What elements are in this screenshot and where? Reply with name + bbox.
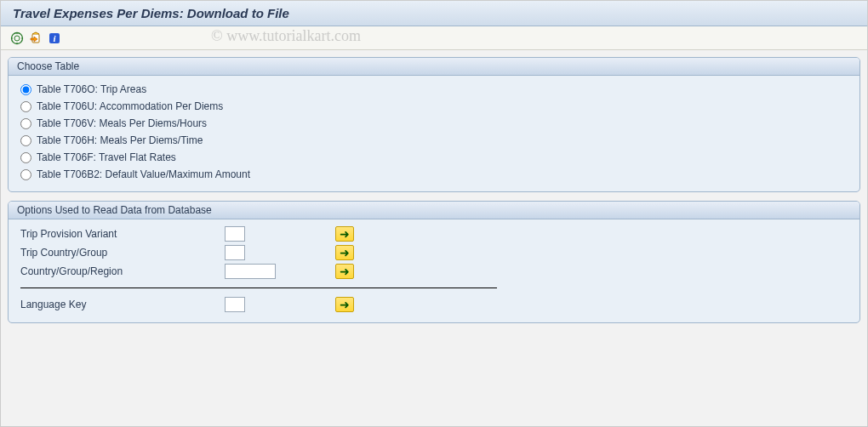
trip-country-row: Trip Country/Group ➜ [20, 243, 848, 262]
trip-variant-label: Trip Provision Variant [20, 228, 225, 240]
radio-t706o[interactable]: Table T706O: Trip Areas [20, 81, 848, 98]
arrow-right-icon: ➜ [340, 265, 350, 277]
info-button[interactable]: i [47, 31, 62, 46]
choose-table-body: Table T706O: Trip Areas Table T706U: Acc… [9, 76, 859, 191]
get-variant-button[interactable] [28, 31, 43, 46]
title-bar: Travel Expenses Per Diems: Download to F… [1, 1, 867, 26]
language-input[interactable] [225, 297, 245, 312]
arrow-right-icon: ➜ [340, 247, 350, 259]
radio-t706b2-input[interactable] [20, 169, 31, 180]
language-row: Language Key ➜ [20, 295, 848, 314]
options-group-title: Options Used to Read Data from Database [9, 202, 859, 219]
radio-t706h[interactable]: Table T706H: Meals Per Diems/Time [20, 132, 848, 149]
page-title: Travel Expenses Per Diems: Download to F… [13, 6, 289, 20]
arrow-right-icon: ➜ [340, 228, 350, 240]
options-group: Options Used to Read Data from Database … [8, 201, 860, 323]
radio-t706v-label: Table T706V: Meals Per Diems/Hours [37, 117, 207, 129]
radio-t706f-label: Table T706F: Travel Flat Rates [37, 151, 176, 163]
language-range-button[interactable]: ➜ [335, 297, 354, 312]
language-label: Language Key [20, 299, 225, 310]
trip-country-range-button[interactable]: ➜ [335, 245, 354, 260]
arrow-right-icon: ➜ [340, 299, 350, 310]
app-toolbar: i [1, 26, 867, 50]
execute-icon [10, 31, 24, 45]
radio-t706v-input[interactable] [20, 118, 31, 129]
svg-point-1 [14, 36, 20, 41]
radio-t706u[interactable]: Table T706U: Accommodation Per Diems [20, 98, 848, 115]
svg-point-0 [12, 32, 23, 43]
trip-variant-input[interactable] [225, 226, 245, 242]
radio-t706b2[interactable]: Table T706B2: Default Value/Maximum Amou… [20, 166, 848, 183]
trip-variant-range-button[interactable]: ➜ [335, 226, 354, 242]
radio-t706f[interactable]: Table T706F: Travel Flat Rates [20, 149, 848, 166]
trip-variant-row: Trip Provision Variant ➜ [20, 225, 848, 243]
content-area: Choose Table Table T706O: Trip Areas Tab… [1, 50, 867, 339]
radio-t706u-input[interactable] [20, 101, 31, 112]
options-group-body: Trip Provision Variant ➜ Trip Country/Gr… [9, 219, 859, 322]
cgr-label: Country/Group/Region [20, 265, 225, 277]
divider-line [20, 288, 497, 288]
radio-t706h-label: Table T706H: Meals Per Diems/Time [37, 134, 203, 146]
trip-country-label: Trip Country/Group [20, 247, 225, 259]
execute-button[interactable] [9, 31, 25, 46]
radio-t706b2-label: Table T706B2: Default Value/Maximum Amou… [37, 168, 250, 180]
choose-table-group: Choose Table Table T706O: Trip Areas Tab… [8, 57, 860, 192]
radio-t706h-input[interactable] [20, 135, 31, 146]
radio-t706o-input[interactable] [20, 84, 31, 95]
cgr-input[interactable] [225, 264, 276, 279]
info-icon: i [48, 31, 61, 45]
radio-t706v[interactable]: Table T706V: Meals Per Diems/Hours [20, 115, 848, 132]
variant-icon [29, 31, 43, 45]
choose-table-title: Choose Table [9, 58, 859, 76]
cgr-range-button[interactable]: ➜ [335, 264, 354, 279]
cgr-row: Country/Group/Region ➜ [20, 262, 848, 281]
trip-country-input[interactable] [225, 245, 245, 260]
radio-t706f-input[interactable] [20, 152, 31, 163]
radio-t706o-label: Table T706O: Trip Areas [37, 83, 146, 95]
radio-t706u-label: Table T706U: Accommodation Per Diems [37, 100, 223, 112]
